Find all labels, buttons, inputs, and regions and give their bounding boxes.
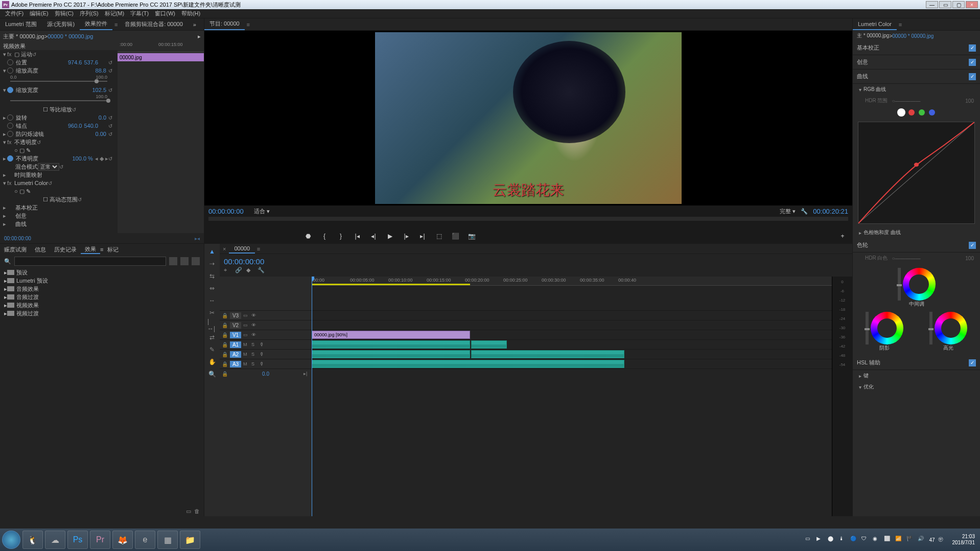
ec-hdr-range[interactable]: ☐ 高动态范围↺ <box>0 195 118 203</box>
taskbar-app3[interactable]: ▦ <box>157 531 178 549</box>
work-area-bar[interactable] <box>312 284 470 285</box>
program-tc-left[interactable]: 00:00:00:00 <box>208 208 244 215</box>
track-select-tool[interactable]: ⇢ <box>207 259 217 268</box>
reset-icon[interactable]: ↺ <box>72 107 79 112</box>
reset-icon[interactable]: ↺ <box>108 131 115 137</box>
quality-select[interactable]: 完整 ▾ <box>780 208 796 215</box>
effects-tree[interactable]: ▸预设 ▸Lumetri 预设 ▸音频效果 ▸音频过渡 ▸视频效果 ▸视频过渡 <box>0 267 204 506</box>
program-scrubber[interactable] <box>208 217 848 221</box>
extract-button[interactable]: ⬛ <box>451 232 460 241</box>
ec-basic-correction[interactable]: ▸基本校正 <box>0 203 118 212</box>
maximize-button[interactable]: ▢ <box>952 1 965 8</box>
ec-rotation[interactable]: ▸旋转0.0↺ <box>0 113 118 122</box>
curve-green[interactable] <box>919 109 925 116</box>
folder-audio-effects[interactable]: ▸音频效果 <box>4 285 200 293</box>
tab-close-icon[interactable]: × <box>220 246 229 252</box>
taskbar-app1[interactable]: ☁ <box>45 531 65 549</box>
tab-info[interactable]: 信息 <box>31 246 50 254</box>
restore-button[interactable]: ▭ <box>939 1 951 8</box>
lift-button[interactable]: ⬚ <box>434 232 444 241</box>
lum-clip-link[interactable]: 00000 * 00000.jpg <box>892 33 934 39</box>
timeline-ruler[interactable]: :00:00 00:00:05:00 00:00:10:00 00:00:15:… <box>312 277 832 286</box>
track-v2-header[interactable]: 🔒V2▭👁 <box>220 320 312 330</box>
check-icon[interactable]: ✓ <box>969 359 976 366</box>
ec-scale-w-slider[interactable]: 100.0 <box>0 94 118 105</box>
reset-icon[interactable]: ↺ <box>37 140 44 145</box>
highlights-slider[interactable] <box>929 312 932 345</box>
clip-a2-1[interactable] <box>312 350 470 358</box>
taskbar-photoshop[interactable]: Ps <box>67 531 88 549</box>
reset-icon[interactable]: ↺ <box>108 123 115 129</box>
tab-markers[interactable]: 标记 <box>103 246 123 254</box>
folder-video-transitions[interactable]: ▸视频过渡 <box>4 309 200 317</box>
delete-icon[interactable]: 🗑 <box>194 508 200 514</box>
tray-volume-icon[interactable]: 🔊 <box>918 536 926 544</box>
settings-icon[interactable]: 🔧 <box>258 267 265 274</box>
tab-lumetri-scopes[interactable]: Lumetri 范围 <box>0 18 42 30</box>
tab-project[interactable]: 赈度试测 <box>0 246 31 254</box>
play-button[interactable]: ▶ <box>385 232 394 241</box>
curve-white[interactable] <box>898 109 904 116</box>
ec-timecode[interactable]: 00:00:00:00 <box>4 236 31 241</box>
ec-curves[interactable]: ▸曲线 <box>0 220 118 228</box>
clip-a2-2[interactable] <box>471 350 624 358</box>
track-a2-lane[interactable] <box>312 349 832 359</box>
stopwatch-icon[interactable] <box>7 67 13 74</box>
panel-menu-icon[interactable]: ≡ <box>112 21 120 28</box>
curve-editor[interactable] <box>858 122 975 224</box>
lum-curves[interactable]: 曲线✓ <box>853 70 980 84</box>
ec-clip-bar[interactable]: 00000.jpg <box>118 53 204 61</box>
track-v1-lane[interactable]: 00000.jpg [90%] <box>312 330 832 339</box>
taskbar-ie[interactable]: e <box>135 531 155 549</box>
clip-a1-2[interactable] <box>471 340 507 349</box>
minimize-button[interactable]: — <box>926 1 938 8</box>
reset-icon[interactable]: ↺ <box>108 68 115 74</box>
reset-icon[interactable]: ↺ <box>32 52 39 57</box>
curve-red[interactable] <box>908 109 915 116</box>
tab-audio-mixer[interactable]: 音频剪辑混合器: 00000 <box>120 18 188 30</box>
track-a1-header[interactable]: 🔒A1MS🎙 <box>220 339 312 349</box>
ec-antiflicker[interactable]: ▸防闪烁滤镜0.00↺ <box>0 130 118 138</box>
stopwatch-icon[interactable] <box>7 59 13 65</box>
mark-in-button[interactable]: ⬣ <box>304 232 313 241</box>
reset-icon[interactable]: ↺ <box>108 60 115 65</box>
folder-video-effects[interactable]: ▸视频效果 <box>4 301 200 309</box>
folder-audio-transitions[interactable]: ▸音频过渡 <box>4 293 200 301</box>
sequence-tab[interactable]: 00000 <box>229 244 255 254</box>
ec-scale-height[interactable]: ▾缩放高度88.8↺ <box>0 66 118 75</box>
track-a1-lane[interactable] <box>312 339 832 349</box>
menu-window[interactable]: 窗口(W) <box>152 10 178 17</box>
tab-lumetri-color[interactable]: Lumetri Color <box>853 18 897 30</box>
tray-icon[interactable]: ▶ <box>816 536 825 544</box>
tray-temp-icon[interactable]: 🌡 <box>839 536 847 544</box>
reset-icon[interactable]: ↺ <box>108 87 115 93</box>
filter-yuv-icon[interactable] <box>192 257 200 265</box>
folder-lumetri-presets[interactable]: ▸Lumetri 预设 <box>4 277 200 285</box>
track-master-header[interactable]: 🔒0.0▸| <box>220 369 312 378</box>
slide-tool[interactable]: ⇄ <box>207 333 217 342</box>
stopwatch-icon[interactable] <box>7 131 13 137</box>
selection-tool[interactable]: ▲ <box>207 247 217 256</box>
clip-a3[interactable] <box>312 360 624 368</box>
clip-v1[interactable]: 00000.jpg [90%] <box>312 331 470 339</box>
slip-tool[interactable]: |↔| <box>207 320 217 330</box>
tray-network-icon[interactable]: 📶 <box>895 536 903 544</box>
razor-tool[interactable]: ✂ <box>207 308 217 317</box>
taskbar-premiere[interactable]: Pr <box>90 531 110 549</box>
rate-stretch-tool[interactable]: ↔ <box>207 296 217 305</box>
go-to-out-button[interactable]: ▸| <box>418 232 427 241</box>
close-button[interactable]: × <box>966 1 978 8</box>
effects-search-input[interactable] <box>14 257 166 266</box>
pen-tool[interactable]: ✎ <box>207 345 217 354</box>
ripple-edit-tool[interactable]: ⇆ <box>207 271 217 281</box>
folder-presets[interactable]: ▸预设 <box>4 268 200 277</box>
track-master-lane[interactable] <box>312 369 832 378</box>
stopwatch-icon[interactable] <box>7 155 13 162</box>
lum-key[interactable]: ▸键 <box>853 370 980 381</box>
export-frame-button[interactable]: 📷 <box>467 232 476 241</box>
track-v1-header[interactable]: 🔒V1▭👁 <box>220 330 312 339</box>
rolling-edit-tool[interactable]: ⇔ <box>207 284 217 293</box>
blend-mode-select[interactable]: 正常 <box>38 163 59 171</box>
check-icon[interactable]: ✓ <box>969 44 976 52</box>
reset-icon[interactable]: ↺ <box>48 180 55 186</box>
